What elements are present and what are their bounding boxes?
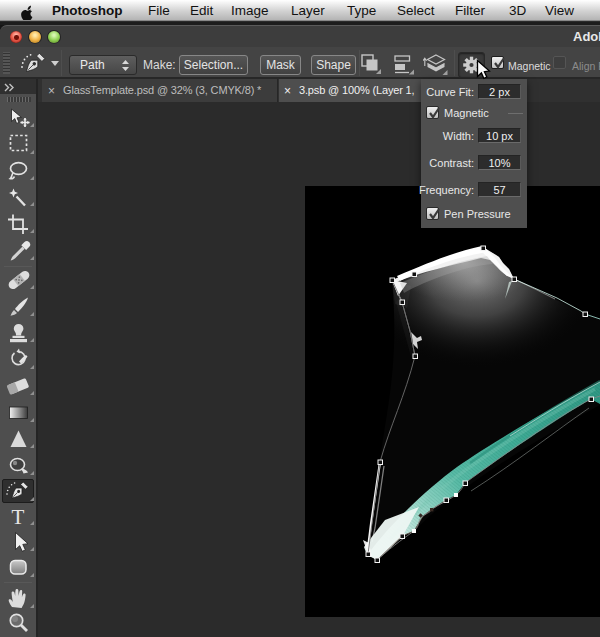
svg-text:T: T [12,505,25,529]
